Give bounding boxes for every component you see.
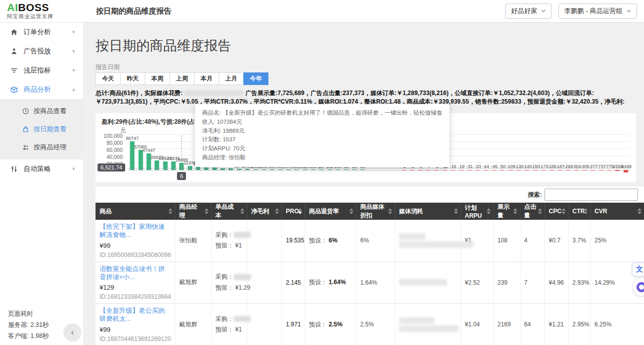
profit-bar[interactable] — [287, 169, 291, 170]
loss-bar[interactable] — [582, 170, 587, 170]
loss-bar[interactable] — [566, 170, 571, 170]
loss-bar[interactable] — [442, 170, 447, 170]
loss-bar[interactable] — [484, 170, 488, 170]
logo-text-green: AI — [7, 2, 18, 13]
column-header-12[interactable]: CTR — [568, 203, 590, 220]
window-title: 按日期的商品维度报告 — [96, 7, 505, 16]
profit-bar[interactable] — [138, 150, 143, 170]
sidebar-subitem-label: 按商品经理 — [34, 143, 66, 152]
loss-bar[interactable] — [410, 170, 414, 170]
loss-bar[interactable] — [599, 170, 603, 170]
date-range-button[interactable]: 昨天 — [120, 72, 145, 85]
loss-bar[interactable] — [623, 170, 628, 172]
search-label: 搜索: — [528, 191, 542, 199]
column-header-label: CPC — [549, 208, 562, 215]
loss-bar[interactable] — [517, 170, 521, 170]
profit-bar[interactable] — [245, 169, 250, 170]
date-range-button[interactable]: 本周 — [145, 72, 170, 85]
loss-bar[interactable] — [607, 170, 612, 170]
date-range-button[interactable]: 上月 — [219, 72, 244, 85]
profit-bar[interactable] — [270, 169, 274, 170]
loss-bar[interactable] — [434, 170, 439, 170]
date-range-button[interactable]: 上周 — [169, 72, 195, 85]
profit-bar[interactable] — [237, 169, 241, 170]
sidebar-item-label: 广告投放 — [24, 47, 51, 56]
translate-bubble[interactable]: 文 — [632, 263, 644, 277]
profit-bar[interactable] — [311, 169, 316, 170]
column-header-2[interactable]: 单品成本 — [211, 203, 247, 220]
loss-bar[interactable] — [533, 170, 537, 170]
column-header-5[interactable]: 商品退货率 — [305, 203, 356, 220]
sidebar-subitem-3-0[interactable]: 按商品查看 — [0, 102, 83, 120]
profit-bar[interactable] — [303, 169, 307, 170]
loss-bar[interactable] — [492, 170, 496, 170]
profit-bar[interactable] — [253, 169, 258, 170]
search-input[interactable] — [544, 189, 638, 201]
profit-bar[interactable] — [163, 161, 167, 170]
column-header-11[interactable]: CPC — [544, 203, 568, 220]
column-header-10[interactable]: 点击量 — [520, 203, 544, 220]
sidebar-collapse-button[interactable]: ‹ — [63, 323, 81, 341]
cell-ctr: 2.95% — [568, 304, 590, 345]
loss-bar[interactable] — [451, 170, 455, 170]
column-header-13[interactable]: CVR — [590, 203, 644, 220]
sidebar-item-3[interactable]: 商品分析▲ — [0, 80, 83, 99]
loss-bar[interactable] — [426, 170, 431, 170]
profit-bar[interactable] — [278, 169, 283, 170]
date-range-button[interactable]: 今年 — [243, 72, 268, 85]
extension-logo-icon — [636, 282, 644, 292]
profit-bar[interactable] — [229, 168, 233, 170]
sidebar-item-0[interactable]: 订单分析▼ — [0, 23, 83, 42]
sidebar-subitem-3-1[interactable]: 按日期查看 — [0, 120, 83, 138]
sidebar-item-4[interactable]: 自动策略▼ — [0, 159, 83, 179]
home-icon — [10, 28, 18, 36]
sort-arrows-icon — [584, 208, 588, 214]
loss-bar[interactable] — [500, 170, 505, 170]
sidebar-item-2[interactable]: 浅层指标▼ — [0, 61, 83, 80]
loss-bar[interactable] — [508, 170, 513, 170]
loss-bar[interactable] — [574, 170, 579, 170]
profit-bar[interactable] — [352, 169, 356, 170]
product-id: ID:1681233384259313664 — [100, 293, 171, 300]
loss-bar[interactable] — [558, 170, 562, 170]
loss-bar[interactable] — [591, 170, 595, 170]
column-header-1[interactable]: 商品经理 — [175, 203, 211, 220]
loss-bar[interactable] — [541, 170, 546, 170]
profit-bar[interactable] — [295, 169, 299, 170]
store-dropdown[interactable]: 好品好家 — [505, 4, 551, 19]
product-link[interactable]: 【抢完下架】家用快速解冻食物... — [100, 223, 171, 239]
column-header-0[interactable]: 商品 — [96, 203, 175, 220]
profit-bar[interactable] — [171, 161, 175, 170]
profit-bar[interactable] — [327, 169, 332, 170]
column-header-8[interactable]: 计划ARPU — [461, 203, 493, 220]
sort-arrows-icon — [454, 208, 458, 214]
date-range-button[interactable]: 本月 — [194, 72, 219, 85]
column-header-6[interactable]: 商品媒体折扣 — [356, 203, 395, 220]
user-dropdown[interactable]: 李鹏鹏 - 商品运营组 — [559, 4, 637, 19]
loss-bar[interactable] — [549, 170, 554, 170]
profit-bar[interactable] — [344, 169, 348, 170]
loss-bar[interactable] — [525, 170, 529, 170]
profit-bar[interactable] — [319, 169, 324, 170]
sidebar-item-1[interactable]: 广告投放▼ — [0, 42, 83, 61]
column-header-9[interactable]: 展示量 — [493, 203, 520, 220]
loss-bar[interactable] — [459, 170, 464, 170]
loss-bar[interactable] — [615, 170, 620, 171]
profit-bar[interactable] — [360, 169, 365, 170]
product-link[interactable]: 语数英全能点读书！拼音拼读+小... — [100, 265, 171, 282]
axis-pointer-y-badge: 6,521.74 — [98, 163, 125, 171]
column-header-3[interactable]: 净毛利 — [247, 203, 282, 220]
date-range-button[interactable]: 今天 — [96, 72, 121, 85]
loss-bar[interactable] — [402, 170, 406, 170]
loss-bar[interactable] — [418, 170, 422, 170]
sidebar-subitem-3-2[interactable]: 按商品经理 — [0, 138, 83, 156]
loss-bar[interactable] — [467, 170, 472, 170]
return-preset-label: 预设： — [309, 279, 329, 286]
column-header-7[interactable]: 媒体消耗 — [395, 203, 461, 220]
loss-bar[interactable] — [476, 170, 480, 170]
column-header-4[interactable]: PROI — [282, 203, 305, 220]
profit-bar[interactable] — [336, 169, 340, 170]
profit-bar[interactable] — [261, 169, 266, 170]
product-link[interactable]: 【全新升级】老公买的研磨机太... — [100, 307, 171, 323]
cell-plan-arpu: ¥2.52 — [461, 262, 493, 304]
